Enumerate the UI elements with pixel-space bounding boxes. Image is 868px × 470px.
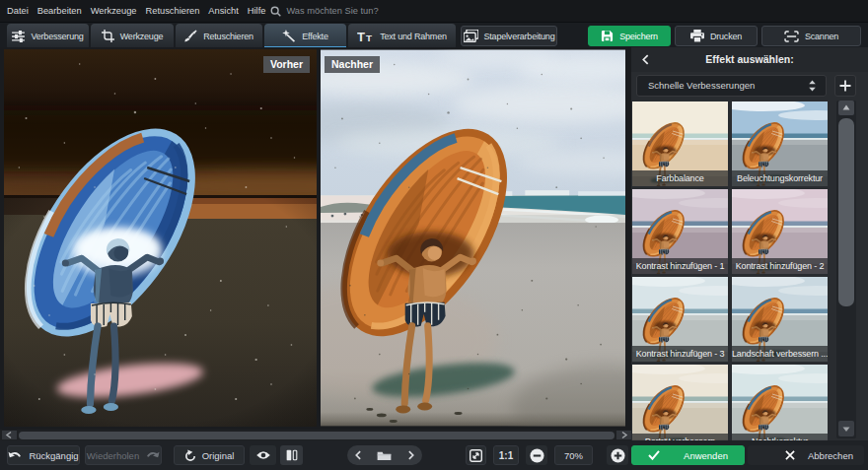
svg-text:T: T: [357, 31, 365, 42]
svg-text:T: T: [366, 32, 372, 41]
